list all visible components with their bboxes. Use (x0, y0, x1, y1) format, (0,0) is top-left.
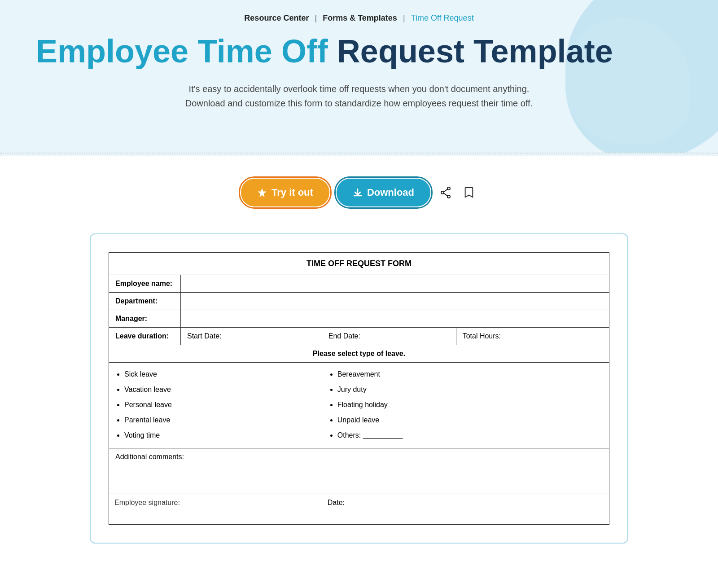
end-date-cell: End Date: (322, 328, 456, 345)
leave-col1-cell: Sick leave Vacation leave Personal leave… (109, 363, 322, 448)
download-button[interactable]: Download (337, 179, 430, 206)
breadcrumb: Resource Center | Forms & Templates | Ti… (36, 13, 682, 23)
leave-type-header: Please select type of leave. (109, 345, 609, 363)
hero-title-cyan: Employee Time Off (36, 33, 337, 69)
manager-label: Manager: (109, 310, 181, 328)
list-item: Others: (337, 428, 603, 443)
bookmark-icon[interactable] (461, 184, 477, 201)
list-item: Voting time (124, 428, 315, 443)
list-item: Sick leave (124, 367, 315, 382)
comments-cell: Additional comments: (109, 448, 609, 493)
dotted-divider (0, 153, 718, 156)
list-item: Bereavement (337, 367, 603, 382)
form-table: TIME OFF REQUEST FORM Employee name: Dep… (109, 252, 609, 525)
form-preview-section: TIME OFF REQUEST FORM Employee name: Dep… (0, 224, 718, 570)
list-item: Floating holiday (337, 398, 603, 412)
table-row: Employee name: (109, 275, 609, 293)
breadcrumb-link2[interactable]: Forms & Templates (323, 13, 397, 22)
breadcrumb-sep2: | (403, 13, 405, 22)
department-value (181, 293, 609, 310)
employee-name-label: Employee name: (109, 275, 181, 293)
form-title: TIME OFF REQUEST FORM (109, 253, 609, 275)
list-item: Personal leave (124, 398, 315, 412)
breadcrumb-link1[interactable]: Resource Center (244, 13, 309, 22)
table-row: Additional comments: (109, 448, 609, 493)
leave-col2-cell: Bereavement Jury duty Floating holiday U… (322, 363, 609, 448)
breadcrumb-sep1: | (315, 13, 317, 22)
comments-label: Additional comments: (115, 453, 184, 461)
manager-value (181, 310, 609, 328)
total-hours-cell: Total Hours: (456, 328, 609, 345)
date-cell: Date: (322, 493, 609, 525)
table-row: Please select type of leave. (109, 345, 609, 363)
hero-desc-line1: It's easy to accidentally overlook time … (189, 84, 530, 94)
leave-list-col2: Bereavement Jury duty Floating holiday U… (328, 367, 603, 443)
try-button-label: Try it out (271, 187, 313, 198)
employee-name-value (181, 275, 609, 293)
breadcrumb-active[interactable]: Time Off Request (411, 13, 474, 22)
table-row: Sick leave Vacation leave Personal leave… (109, 363, 609, 448)
svg-point-0 (447, 187, 450, 190)
department-label: Department: (109, 293, 181, 310)
svg-point-2 (441, 191, 444, 194)
list-item: Vacation leave (124, 382, 315, 397)
hero-description: It's easy to accidentally overlook time … (157, 82, 561, 110)
svg-line-3 (444, 189, 447, 192)
form-title-row: TIME OFF REQUEST FORM (109, 253, 609, 275)
list-item: Jury duty (337, 382, 603, 397)
list-item: Unpaid leave (337, 413, 603, 427)
sparkle-icon (257, 188, 267, 197)
hero-desc-line2: Download and customize this form to stan… (185, 98, 533, 108)
list-item: Parental leave (124, 413, 315, 427)
page-title: Employee Time Off Request Template (36, 34, 682, 69)
hero-title-dark: Request Template (337, 33, 613, 69)
table-row: Leave duration: Start Date: End Date: To… (109, 328, 609, 345)
duration-label: Leave duration: (109, 328, 181, 345)
hero-section: Resource Center | Forms & Templates | Ti… (0, 0, 718, 153)
actions-section: Try it out Download (0, 156, 718, 224)
svg-point-1 (447, 195, 450, 198)
start-date-cell: Start Date: (181, 328, 322, 345)
download-icon (353, 188, 363, 197)
table-row: Department: (109, 293, 609, 310)
share-icon[interactable] (438, 184, 454, 201)
table-row: Employee signature: Date: (109, 493, 609, 525)
table-row: Manager: (109, 310, 609, 328)
leave-list-col1: Sick leave Vacation leave Personal leave… (115, 367, 315, 443)
form-preview-container: TIME OFF REQUEST FORM Employee name: Dep… (90, 233, 628, 544)
signature-cell: Employee signature: (109, 493, 322, 525)
try-it-out-button[interactable]: Try it out (241, 179, 329, 206)
svg-line-4 (444, 193, 447, 196)
download-button-label: Download (367, 187, 414, 198)
